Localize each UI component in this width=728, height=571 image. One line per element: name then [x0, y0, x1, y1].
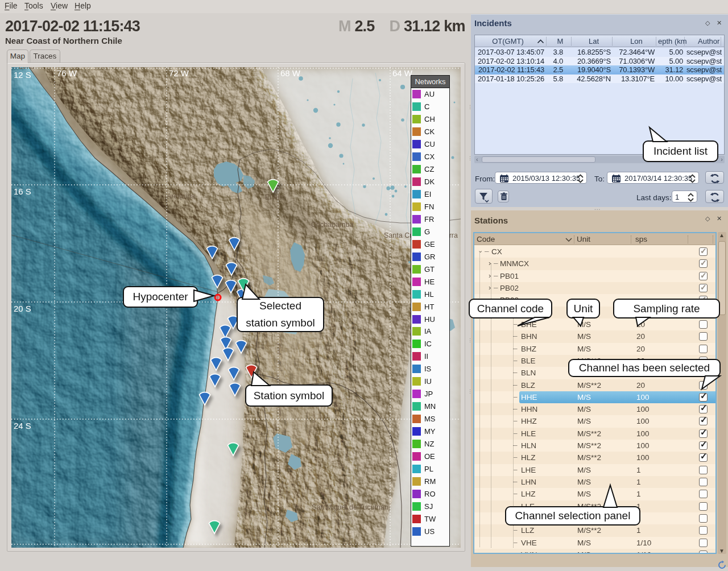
svg-text:16 S: 16 S [14, 187, 31, 196]
svg-text:28 S: 28 S [14, 546, 31, 548]
svg-text:San Miguel de Tucumán: San Miguel de Tucumán [312, 503, 388, 511]
svg-text:Lima: Lima [19, 67, 34, 71]
svg-text:24 S: 24 S [14, 421, 31, 431]
svg-text:68 W: 68 W [280, 68, 301, 78]
svg-text:Arequipa: Arequipa [167, 192, 195, 200]
svg-text:76 W: 76 W [57, 68, 77, 78]
svg-text:72 W: 72 W [169, 68, 189, 78]
svg-text:64 W: 64 W [392, 68, 413, 78]
svg-text:12 S: 12 S [14, 70, 31, 80]
svg-text:20 S: 20 S [14, 304, 31, 313]
svg-text:Cochabamba: Cochabamba [311, 221, 353, 229]
svg-text:El Alto: El Alto [265, 193, 285, 201]
